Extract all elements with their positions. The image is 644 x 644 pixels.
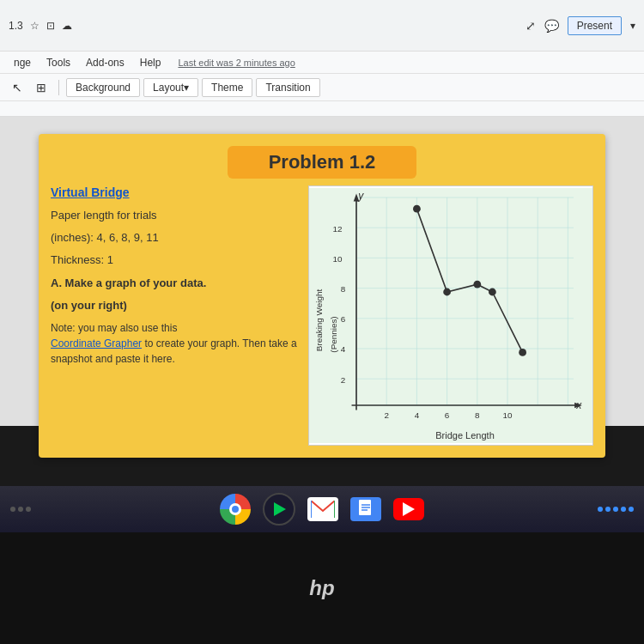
note-text1: Note: you may also use this Coordinate G…	[51, 320, 300, 367]
note-label1: Note: you may also use this	[51, 322, 177, 334]
taskbar-dots-right	[598, 507, 634, 512]
taskbar	[0, 486, 644, 532]
menubar: nge Tools Add-ons Help Last edit was 2 m…	[0, 52, 644, 74]
svg-text:2: 2	[341, 375, 346, 385]
cast-icon[interactable]: ⤢	[526, 19, 536, 33]
last-edit-label[interactable]: Last edit was 2 minutes ago	[178, 58, 295, 68]
svg-text:6: 6	[445, 410, 450, 420]
svg-text:6: 6	[341, 314, 346, 324]
menu-arrange[interactable]: nge	[7, 55, 38, 70]
dot1	[10, 507, 15, 512]
svg-text:10: 10	[332, 254, 343, 264]
taskbar-dots-left	[10, 507, 31, 512]
svg-text:8: 8	[341, 284, 346, 294]
dot2	[18, 507, 23, 512]
menu-help[interactable]: Help	[133, 55, 168, 70]
background-button[interactable]: Background	[66, 78, 140, 97]
cursor-icon[interactable]: ↖	[7, 77, 27, 98]
cloud-icon[interactable]: ☁	[62, 20, 72, 32]
coordinate-grapher-link[interactable]: Coordinate Grapher	[51, 337, 142, 349]
transition-button[interactable]: Transition	[256, 78, 319, 97]
svg-text:12: 12	[332, 224, 342, 234]
paper-length-text2: (inches): 4, 6, 8, 9, 11	[51, 230, 300, 246]
dot5	[605, 507, 611, 512]
dot8	[629, 507, 634, 512]
bookmark-icon[interactable]: ⊡	[46, 20, 55, 32]
dot4	[598, 507, 603, 512]
chevron-down-icon[interactable]: ▾	[630, 20, 635, 32]
make-graph-text2: (on your right)	[51, 298, 300, 313]
svg-text:x: x	[575, 399, 582, 411]
tab-area: 1.3 ☆ ⊡ ☁	[9, 20, 72, 32]
svg-text:(Pennies): (Pennies)	[329, 316, 338, 352]
chrome-right: ⤢ 💬 Present ▾	[526, 16, 635, 35]
ruler: 1 2 3 4 5 6 7 8 9	[0, 101, 644, 117]
menu-addons[interactable]: Add-ons	[79, 55, 131, 70]
note-label2: to create	[144, 337, 185, 349]
play-store-icon[interactable]	[263, 493, 295, 526]
bottom-area: hp	[0, 532, 644, 644]
dot6	[613, 507, 618, 512]
menu-tools[interactable]: Tools	[39, 55, 77, 70]
svg-text:10: 10	[502, 410, 513, 420]
slide-title-bar: Problem 1.2	[228, 146, 416, 179]
svg-text:Breaking Weight: Breaking Weight	[314, 289, 324, 352]
slide-graph-panel: y x 2 4 6 8 10 12 2 4 6 8	[308, 185, 593, 446]
svg-text:2: 2	[384, 410, 389, 420]
browser-chrome: 1.3 ☆ ⊡ ☁ ⤢ 💬 Present ▾	[0, 0, 644, 52]
svg-text:8: 8	[475, 410, 480, 420]
virtual-bridge-link[interactable]: Virtual Bridge	[51, 185, 300, 199]
slide-content: Virtual Bridge Paper length for trials (…	[39, 179, 605, 458]
comment-icon[interactable]: 💬	[544, 19, 559, 33]
chrome-icon[interactable]	[220, 494, 251, 525]
toolbar-divider-1	[58, 80, 59, 95]
svg-text:4: 4	[415, 410, 420, 420]
svg-point-37	[413, 205, 421, 213]
svg-text:y: y	[357, 190, 364, 202]
svg-point-38	[443, 289, 451, 296]
layout-button[interactable]: Layout▾	[143, 78, 198, 97]
present-button[interactable]: Present	[568, 16, 622, 35]
note-label4: snapshot and paste it here.	[51, 353, 175, 365]
tab-title[interactable]: 1.3	[9, 20, 23, 32]
graph-svg: y x 2 4 6 8 10 12 2 4 6 8	[309, 186, 592, 445]
paper-length-text1: Paper length for trials	[51, 208, 300, 223]
slide-left-panel: Virtual Bridge Paper length for trials (…	[51, 185, 300, 446]
svg-point-39	[473, 281, 481, 289]
dot7	[621, 507, 626, 512]
docs-icon[interactable]	[350, 497, 381, 521]
svg-text:4: 4	[341, 344, 346, 354]
svg-point-41	[519, 349, 526, 356]
thickness-text: Thickness: 1	[51, 252, 300, 268]
formatting-toolbar: ↖ ⊞ Background Layout▾ Theme Transition	[0, 74, 644, 101]
svg-text:Bridge Length: Bridge Length	[435, 430, 495, 440]
note-label3: your graph. Then take a	[187, 337, 296, 349]
star-icon[interactable]: ☆	[30, 20, 39, 32]
youtube-icon[interactable]	[393, 498, 424, 520]
slide: Problem 1.2 Virtual Bridge Paper length …	[39, 134, 605, 458]
theme-button[interactable]: Theme	[202, 78, 252, 97]
slide-area: Problem 1.2 Virtual Bridge Paper length …	[0, 117, 644, 426]
svg-point-40	[489, 289, 496, 296]
slide-title: Problem 1.2	[269, 151, 376, 173]
make-graph-text1: A. Make a graph of your data.	[51, 276, 300, 291]
gmail-icon[interactable]	[307, 497, 338, 521]
plus-icon[interactable]: ⊞	[31, 77, 52, 98]
hp-logo: hp	[309, 576, 334, 600]
dot3	[26, 507, 31, 512]
